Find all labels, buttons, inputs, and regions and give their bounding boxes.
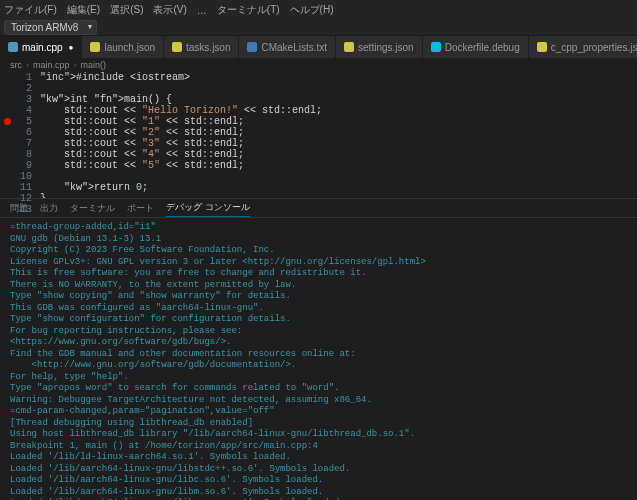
code-line[interactable]: std::cout << "4" << std::endl; xyxy=(40,149,637,160)
tab-settings-json[interactable]: settings.json xyxy=(336,36,423,58)
chevron-right-icon: › xyxy=(74,60,77,70)
console-line: Loaded '/lib/aarch64-linux-gnu/libc.so.6… xyxy=(10,475,627,487)
tab-main-cpp[interactable]: main.cpp● xyxy=(0,36,82,58)
code-line[interactable]: "inc">#include <iostream> xyxy=(40,72,637,83)
console-line: For help, type "help". xyxy=(10,372,627,384)
code-editor[interactable]: 12345678910111213 "inc">#include <iostre… xyxy=(0,72,637,198)
cpp-file-icon xyxy=(8,42,18,52)
menu-item[interactable]: ファイル(F) xyxy=(4,3,57,17)
tab-tasks-json[interactable]: tasks.json xyxy=(164,36,239,58)
panel-tab-4[interactable]: デバッグ コンソール xyxy=(166,201,250,217)
console-line: Find the GDB manual and other documentat… xyxy=(10,349,627,361)
line-number[interactable]: 3 xyxy=(0,94,32,105)
code-line[interactable]: std::cout << "Hello Torizon!" << std::en… xyxy=(40,105,637,116)
code-line[interactable]: std::cout << "2" << std::endl; xyxy=(40,127,637,138)
breadcrumb-segment[interactable]: src xyxy=(10,60,22,70)
panel-tabs: 問題出力ターミナルポートデバッグ コンソール xyxy=(0,198,637,218)
console-line: License GPLv3+: GNU GPL version 3 or lat… xyxy=(10,257,627,269)
cmake-file-icon xyxy=(247,42,257,52)
device-strip: Torizon ARMv8 ▾ xyxy=(0,20,637,36)
menu-item[interactable]: 表示(V) xyxy=(153,3,186,17)
line-number[interactable]: 7 xyxy=(0,138,32,149)
panel-tab-3[interactable]: ポート xyxy=(127,202,154,217)
code-line[interactable] xyxy=(40,83,637,94)
menu-item[interactable]: ターミナル(T) xyxy=(217,3,280,17)
line-number[interactable]: 12 xyxy=(0,193,32,204)
editor-tabs: main.cpp●launch.jsontasks.jsonCMakeLists… xyxy=(0,36,637,58)
console-line: Breakpoint 1, main () at /home/torizon/a… xyxy=(10,441,627,453)
menu-item[interactable]: … xyxy=(197,5,207,16)
console-line: <http://www.gnu.org/software/gdb/documen… xyxy=(10,360,627,372)
console-line: Warning: Debuggee TargetArchitecture not… xyxy=(10,395,627,407)
menu-item[interactable]: 編集(E) xyxy=(67,3,100,17)
tab-CMakeLists-txt[interactable]: CMakeLists.txt xyxy=(239,36,336,58)
code-line[interactable]: std::cout << "5" << std::endl; xyxy=(40,160,637,171)
gutter: 12345678910111213 xyxy=(0,72,40,198)
console-line: [Thread debugging using libthread_db ena… xyxy=(10,418,627,430)
dirty-dot-icon: ● xyxy=(69,43,74,52)
console-line: Type "show configuration" for configurat… xyxy=(10,314,627,326)
debug-console[interactable]: =thread-group-added,id="i1"GNU gdb (Debi… xyxy=(0,218,637,500)
console-line: This GDB was configured as "aarch64-linu… xyxy=(10,303,627,315)
tab-label: launch.json xyxy=(104,42,155,53)
console-line: For bug reporting instructions, please s… xyxy=(10,326,627,338)
chevron-right-icon: › xyxy=(26,60,29,70)
line-number[interactable]: 4 xyxy=(0,105,32,116)
console-line: Type "show copying" and "show warranty" … xyxy=(10,291,627,303)
line-number[interactable]: 11 xyxy=(0,182,32,193)
console-line: Using host libthread_db library "/lib/aa… xyxy=(10,429,627,441)
code-line[interactable] xyxy=(40,171,637,182)
line-number[interactable]: 8 xyxy=(0,149,32,160)
docker-file-icon xyxy=(431,42,441,52)
line-number[interactable]: 6 xyxy=(0,127,32,138)
breadcrumb-segment[interactable]: main.cpp xyxy=(33,60,70,70)
code-line[interactable]: std::cout << "1" << std::endl; xyxy=(40,116,637,127)
json-file-icon xyxy=(172,42,182,52)
line-number[interactable]: 10 xyxy=(0,171,32,182)
code-line[interactable]: std::cout << "3" << std::endl; xyxy=(40,138,637,149)
json-file-icon xyxy=(90,42,100,52)
menu-item[interactable]: ヘルプ(H) xyxy=(290,3,334,17)
tab-label: CMakeLists.txt xyxy=(261,42,327,53)
code-line[interactable]: "kw">return 0; xyxy=(40,182,637,193)
line-number[interactable]: 1 xyxy=(0,72,32,83)
line-number[interactable]: 9 xyxy=(0,160,32,171)
chevron-down-icon: ▾ xyxy=(88,22,92,31)
breadcrumb-segment[interactable]: main() xyxy=(81,60,107,70)
tab-label: main.cpp xyxy=(22,42,63,53)
tab-Dockerfile-debug[interactable]: Dockerfile.debug xyxy=(423,36,529,58)
menu-item[interactable]: 選択(S) xyxy=(110,3,143,17)
json-file-icon xyxy=(344,42,354,52)
console-line: Copyright (C) 2023 Free Software Foundat… xyxy=(10,245,627,257)
tab-label: settings.json xyxy=(358,42,414,53)
console-line: Type "apropos word" to search for comman… xyxy=(10,383,627,395)
device-label: Torizon ARMv8 xyxy=(11,22,78,33)
tab-c_cpp_properties-json[interactable]: c_cpp_properties.json xyxy=(529,36,637,58)
line-number[interactable]: 2 xyxy=(0,83,32,94)
console-line: Loaded '/lib/ld-linux-aarch64.so.1'. Sym… xyxy=(10,452,627,464)
code-line[interactable]: "kw">int "fn">main() { xyxy=(40,94,637,105)
breadcrumb: src›main.cpp›main() xyxy=(0,58,637,72)
console-line: =cmd-param-changed,param="pagination",va… xyxy=(10,406,627,418)
json-file-icon xyxy=(537,42,547,52)
tab-launch-json[interactable]: launch.json xyxy=(82,36,164,58)
menu-bar: ファイル(F)編集(E)選択(S)表示(V)…ターミナル(T)ヘルプ(H) xyxy=(0,0,637,20)
console-line: This is free software: you are free to c… xyxy=(10,268,627,280)
tab-label: Dockerfile.debug xyxy=(445,42,520,53)
breakpoint-icon[interactable] xyxy=(4,118,11,125)
console-line: GNU gdb (Debian 13.1-3) 13.1 xyxy=(10,234,627,246)
console-line: Loaded '/lib/aarch64-linux-gnu/libstdc++… xyxy=(10,464,627,476)
console-line: There is NO WARRANTY, to the extent perm… xyxy=(10,280,627,292)
console-line: Loaded '/lib/aarch64-linux-gnu/libm.so.6… xyxy=(10,487,627,499)
line-number[interactable]: 13 xyxy=(0,204,32,215)
console-line: =thread-group-added,id="i1" xyxy=(10,222,627,234)
tab-label: tasks.json xyxy=(186,42,230,53)
panel-tab-1[interactable]: 出力 xyxy=(40,202,58,217)
console-line: <https://www.gnu.org/software/gdb/bugs/>… xyxy=(10,337,627,349)
panel-tab-2[interactable]: ターミナル xyxy=(70,202,115,217)
code-body[interactable]: "inc">#include <iostream>"kw">int "fn">m… xyxy=(40,72,637,198)
device-select[interactable]: Torizon ARMv8 ▾ xyxy=(4,20,97,35)
tab-label: c_cpp_properties.json xyxy=(551,42,637,53)
